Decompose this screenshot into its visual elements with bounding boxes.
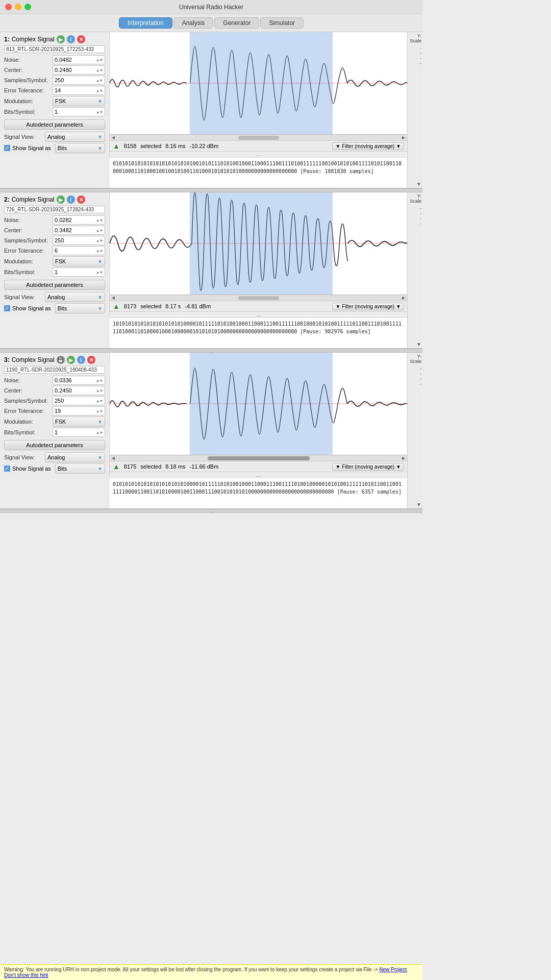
show-signal-checkbox-1[interactable]: ✓ (4, 145, 10, 151)
filter-button-3[interactable]: ▼ Filter (moving average) ▼ (332, 463, 404, 471)
et-input-3[interactable]: 19 ▲▼ (53, 406, 105, 415)
scroll-left-2[interactable]: ◀ (112, 296, 115, 300)
autodetect-button-2[interactable]: Autodetect parameters (4, 280, 105, 290)
autodetect-button-1[interactable]: Autodetect parameters (4, 119, 105, 130)
signal-view-row-2: Signal View: Analog ▼ (4, 292, 105, 302)
scrollbar-thumb-3[interactable] (208, 456, 310, 460)
scroll-right-1[interactable]: ▶ (402, 135, 405, 140)
waveform-container-1[interactable] (110, 32, 407, 134)
autodetect-button-3[interactable]: Autodetect parameters (4, 440, 105, 450)
bps-input-2[interactable]: 1 ▲▼ (53, 267, 105, 277)
mod-select-2[interactable]: FSK ▼ (53, 256, 105, 266)
signal-filename-1: 813_RTL-SDR-20210925_172253-433 (4, 45, 105, 53)
delete-button-1[interactable]: ✕ (77, 35, 85, 43)
scroll-left-1[interactable]: ◀ (112, 135, 115, 140)
save-button-3[interactable]: 💾 (57, 356, 65, 364)
show-signal-checkbox-2[interactable]: ✓ (4, 305, 10, 311)
show-signal-select-3[interactable]: Bits ▼ (55, 463, 105, 474)
selected-label-1: selected (140, 143, 161, 149)
bps-input-3[interactable]: 1 ▲▼ (53, 428, 105, 437)
scrollbar-h-1[interactable]: ◀ ▶ (110, 134, 407, 140)
selection-count-3: 8175 (124, 463, 136, 470)
sps-input-3[interactable]: 250 ▲▼ (53, 396, 105, 405)
tab-simulator[interactable]: Simulator (260, 17, 304, 29)
left-panel-1: 1: Complex Signal ▶ i ✕ 813_RTL-SDR-2021… (0, 32, 110, 156)
dont-show-link[interactable]: Don't show this hint (4, 972, 48, 978)
waveform-panel-2: ◀ ▶ ▲ 8173 selected 8.17 s -4.81 dBm ▼ F… (110, 192, 422, 348)
noise-input-2[interactable]: 0.0282 ▲▼ (53, 215, 105, 225)
yscale-title-3: Y-Scale (409, 354, 421, 364)
bps-label-1: Bits/Symbol: (4, 109, 53, 115)
chevron-down-icon-m3: ▼ (97, 419, 103, 425)
block-separator-1-2: ... (0, 188, 422, 192)
center-label-2: Center: (4, 227, 53, 233)
yscale-scroll-3[interactable]: ▼ (416, 502, 421, 507)
scrollbar-h-2[interactable]: ◀ ▶ (110, 295, 407, 301)
block-separator-bottom: ... (0, 509, 422, 513)
param-mod-1: Modulation: FSK ▼ (4, 96, 105, 106)
mod-select-1[interactable]: FSK ▼ (53, 96, 105, 106)
tab-analysis[interactable]: Analysis (173, 17, 214, 29)
show-signal-select-1[interactable]: Bits ▼ (55, 143, 105, 153)
filter-button-1[interactable]: ▼ Filter (moving average) ▼ (332, 142, 404, 150)
center-input-2[interactable]: 0.3482 ▲▼ (53, 226, 105, 235)
et-input-2[interactable]: 6 ▲▼ (53, 246, 105, 255)
selection-dbm-1: -10.22 dBm (189, 143, 218, 149)
signal-header-3: 3: Complex Signal 💾 ▶ i ✕ (4, 356, 105, 364)
scrollbar-thumb-1[interactable] (238, 136, 279, 140)
scroll-right-2[interactable]: ▶ (402, 296, 405, 300)
titlebar: Universal Radio Hacker (0, 0, 422, 14)
tab-interpretation[interactable]: Interpretation (119, 17, 172, 29)
new-project-link[interactable]: New Project (379, 967, 407, 972)
bps-label-2: Bits/Symbol: (4, 269, 53, 275)
chevron-down-icon-ss2: ▼ (97, 306, 103, 311)
waveform-container-2[interactable] (110, 192, 407, 295)
sps-input-2[interactable]: 250 ▲▼ (53, 236, 105, 245)
signal-view-select-3[interactable]: Analog ▼ (45, 452, 105, 462)
bit-area-1: 0101010101010101010101010100101011101010… (110, 157, 407, 188)
noise-input-1[interactable]: 0.0482 ▲▼ (53, 55, 105, 64)
sps-input-1[interactable]: 250 ▲▼ (53, 76, 105, 85)
show-signal-checkbox-3[interactable]: ✓ (4, 465, 10, 472)
mod-select-3[interactable]: FSK ▼ (53, 416, 105, 427)
delete-button-3[interactable]: ✕ (87, 356, 95, 364)
signal-view-select-1[interactable]: Analog ▼ (45, 132, 105, 142)
play-button-1[interactable]: ▶ (57, 35, 65, 43)
selection-indicator-3: ▲ (113, 462, 120, 471)
center-input-1[interactable]: 0.2480 ▲▼ (53, 65, 105, 75)
info-button-1[interactable]: i (67, 35, 75, 43)
show-signal-label-3: Show Signal as (12, 465, 51, 472)
center-input-3[interactable]: 0.2450 ▲▼ (53, 386, 105, 395)
noise-input-3[interactable]: 0.0336 ▲▼ (53, 376, 105, 385)
scroll-right-3[interactable]: ▶ (402, 456, 405, 460)
scrollbar-thumb-2[interactable] (238, 296, 279, 300)
yscale-scroll-1[interactable]: ▼ (416, 181, 421, 187)
close-button[interactable] (5, 4, 12, 10)
tab-generator[interactable]: Generator (214, 17, 259, 29)
signal-view-select-2[interactable]: Analog ▼ (45, 292, 105, 302)
selection-dbm-3: -11.66 dBm (189, 463, 218, 470)
yscale-scroll-2[interactable]: ▼ (416, 341, 421, 347)
window-buttons (5, 4, 31, 10)
play-button-2[interactable]: ▶ (57, 195, 65, 204)
signal-num-3: 3: (4, 356, 10, 363)
signal-num-2: 2: (4, 196, 10, 203)
info-button-3[interactable]: i (77, 356, 85, 364)
waveform-container-3[interactable] (110, 353, 407, 455)
signal-view-label-3: Signal View: (4, 454, 45, 460)
delete-button-2[interactable]: ✕ (77, 195, 85, 204)
info-button-2[interactable]: i (67, 195, 75, 204)
signal-block-3: 3: Complex Signal 💾 ▶ i ✕ 1190_RTL-SDR-2… (0, 353, 422, 509)
scroll-left-3[interactable]: ◀ (112, 456, 115, 460)
filter-button-2[interactable]: ▼ Filter (moving average) ▼ (332, 303, 404, 310)
param-et-3: Error Tolerance: 19 ▲▼ (4, 406, 105, 415)
play-button-3[interactable]: ▶ (67, 356, 75, 364)
bps-input-1[interactable]: 1 ▲▼ (53, 107, 105, 116)
et-input-1[interactable]: 14 ▲▼ (53, 86, 105, 95)
maximize-button[interactable] (24, 4, 31, 10)
sps-label-3: Samples/Symbol: (4, 398, 53, 404)
scrollbar-h-3[interactable]: ◀ ▶ (110, 455, 407, 461)
show-signal-select-2[interactable]: Bits ▼ (55, 303, 105, 313)
minimize-button[interactable] (15, 4, 21, 10)
signal-view-label-1: Signal View: (4, 134, 45, 140)
